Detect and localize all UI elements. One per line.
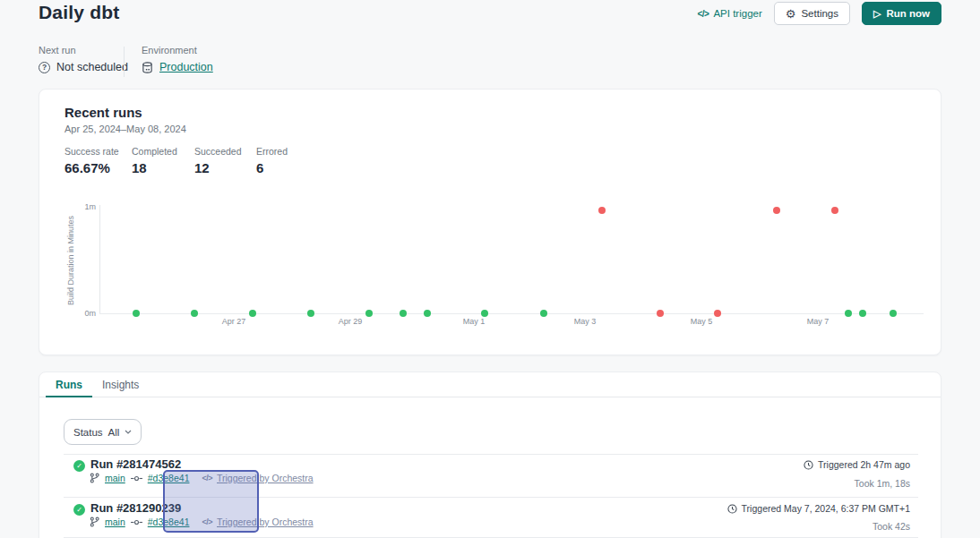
- next-run-value: ? Not scheduled: [39, 61, 128, 73]
- success-check-icon: ✓: [73, 460, 85, 472]
- api-trigger-label: API trigger: [713, 8, 761, 19]
- run-dot-errored[interactable]: [831, 207, 838, 214]
- app-root: Daily dbt </> API trigger ⚙ Settings ▷ R…: [0, 0, 980, 538]
- git-commit-icon: [131, 474, 142, 482]
- trigger-chip: </> Triggered by Orchestra: [202, 517, 313, 527]
- page-title: Daily dbt: [39, 2, 119, 23]
- took-duration: Took 42s: [873, 521, 910, 532]
- x-tick: Apr 29: [339, 317, 363, 326]
- environment-label: Environment: [142, 45, 197, 56]
- tab-bar: Runs Insights: [39, 372, 941, 397]
- status-filter-dropdown[interactable]: Status All: [64, 419, 142, 445]
- run-dot-errored[interactable]: [714, 310, 721, 317]
- x-tick: May 5: [691, 317, 713, 326]
- trigger-source-link[interactable]: Triggered by Orchestra: [217, 473, 314, 483]
- y-tick-1m: 1m: [74, 202, 96, 211]
- commit-link[interactable]: #d3e8e41: [148, 517, 190, 527]
- chevron-down-icon: [125, 430, 132, 434]
- tab-insights[interactable]: Insights: [92, 372, 149, 397]
- code-icon: </>: [202, 474, 212, 482]
- database-icon: [142, 62, 153, 73]
- recent-runs-card: Recent runs Apr 25, 2024–May 08, 2024 Su…: [39, 89, 941, 355]
- x-tick: May 7: [807, 317, 830, 326]
- settings-button[interactable]: ⚙ Settings: [774, 2, 850, 25]
- run-dot-succeeded[interactable]: [540, 310, 547, 317]
- run-dot-succeeded[interactable]: [307, 310, 314, 317]
- run-dot-succeeded[interactable]: [191, 310, 198, 317]
- y-tick-0m: 0m: [74, 309, 96, 318]
- run-dot-succeeded[interactable]: [890, 310, 897, 317]
- triggered-time: Triggered 2h 47m ago: [804, 459, 910, 470]
- next-run-label: Next run: [39, 45, 76, 56]
- x-tick: May 1: [463, 317, 486, 326]
- took-duration: Took 1m, 18s: [855, 478, 910, 489]
- environment-value: Production: [142, 61, 213, 73]
- trigger-chip: </> Triggered by Orchestra: [202, 473, 313, 483]
- run-meta-row: main #d3e8e41 </> Triggered by Orchestra: [90, 517, 314, 527]
- chart-y-axis-label: Build Duration in Minutes: [66, 216, 75, 305]
- run-dot-succeeded[interactable]: [481, 310, 488, 317]
- run-dot-succeeded[interactable]: [249, 310, 256, 317]
- code-icon: </>: [202, 517, 212, 526]
- status-filter-value: All: [108, 427, 120, 438]
- run-dot-succeeded[interactable]: [365, 310, 373, 317]
- run-dot-succeeded[interactable]: [845, 310, 852, 317]
- meta-divider: [124, 47, 125, 77]
- code-icon: </>: [697, 9, 709, 19]
- runs-card: Runs Insights Status All ✓ Run #28147456…: [39, 371, 941, 538]
- clock-icon: [727, 504, 737, 514]
- git-commit-icon: [131, 518, 142, 526]
- question-circle-icon: ?: [39, 62, 50, 73]
- row-divider: [64, 454, 918, 455]
- run-dot-errored[interactable]: [657, 310, 664, 317]
- build-duration-chart: Build Duration in Minutes 1m 0m Apr 27Ap…: [39, 90, 941, 354]
- run-dot-succeeded[interactable]: [400, 310, 407, 317]
- chart-y-axis-line: [99, 205, 100, 314]
- trigger-source-link[interactable]: Triggered by Orchestra: [217, 517, 314, 527]
- x-tick: Apr 27: [222, 317, 246, 326]
- run-meta-row: main #d3e8e41 </> Triggered by Orchestra: [90, 473, 314, 483]
- settings-label: Settings: [801, 8, 838, 19]
- x-tick: May 3: [574, 317, 597, 326]
- run-dot-errored[interactable]: [773, 207, 780, 214]
- run-dot-succeeded[interactable]: [859, 310, 866, 317]
- play-icon: ▷: [873, 9, 881, 19]
- row-divider: [64, 497, 918, 498]
- clock-icon: [804, 460, 813, 470]
- branch-link[interactable]: main: [105, 517, 125, 527]
- tab-runs[interactable]: Runs: [46, 372, 92, 397]
- run-dot-succeeded[interactable]: [424, 310, 431, 317]
- git-branch-icon: [90, 473, 99, 483]
- run-dot-succeeded[interactable]: [133, 310, 140, 317]
- api-trigger-link[interactable]: </> API trigger: [697, 8, 761, 19]
- run-now-label: Run now: [886, 8, 930, 19]
- git-branch-icon: [90, 517, 99, 527]
- branch-link[interactable]: main: [105, 473, 125, 483]
- chart-x-axis-line: [99, 313, 924, 314]
- success-check-icon: ✓: [73, 504, 85, 516]
- run-title-link[interactable]: Run #281290239: [90, 501, 181, 515]
- header-actions: </> API trigger ⚙ Settings ▷ Run now: [697, 2, 941, 25]
- run-title-link[interactable]: Run #281474562: [90, 457, 181, 471]
- environment-link[interactable]: Production: [159, 61, 213, 73]
- run-now-button[interactable]: ▷ Run now: [862, 2, 941, 25]
- triggered-time: Triggered May 7, 2024, 6:37 PM GMT+1: [727, 503, 910, 514]
- status-filter-label: Status: [73, 427, 103, 438]
- commit-link[interactable]: #d3e8e41: [148, 473, 190, 483]
- gear-icon: ⚙: [786, 8, 796, 20]
- run-dot-errored[interactable]: [598, 207, 606, 214]
